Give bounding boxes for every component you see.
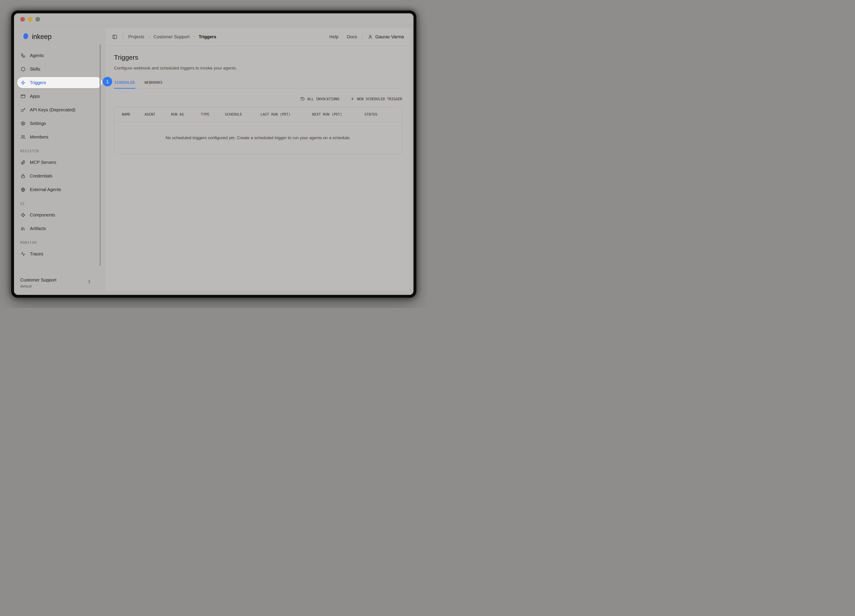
- topbar: Projects Customer Support Triggers Help …: [106, 28, 411, 46]
- titlebar: [14, 13, 414, 25]
- sidebar-item-traces[interactable]: Traces: [17, 248, 102, 259]
- sidebar-item-label: API Keys (Deprecated): [30, 107, 75, 112]
- sidebar-nav: Agents Skills Triggers Apps: [17, 50, 102, 262]
- breadcrumb-customer-support[interactable]: Customer Support: [153, 34, 190, 40]
- sidebar-item-api-keys[interactable]: API Keys (Deprecated): [17, 104, 102, 115]
- breadcrumb: Projects Customer Support Triggers: [128, 34, 216, 40]
- sidebar-item-label: Triggers: [30, 80, 46, 85]
- sidebar-item-label: Skills: [30, 67, 40, 72]
- actions-row: ALL INVOCATIONS NEW SCHEDULED TRIGGER: [114, 97, 402, 101]
- sidebar: inkeep Agents Skills Triggers: [14, 25, 105, 295]
- topbar-divider: [123, 34, 123, 40]
- component-icon: [21, 213, 25, 218]
- column-header-last-run: LAST RUN (PDT): [260, 112, 312, 116]
- all-invocations-label: ALL INVOCATIONS: [307, 97, 340, 101]
- page-title: Triggers: [114, 54, 402, 61]
- paperclip-icon: [21, 160, 25, 165]
- sidebar-scrollbar[interactable]: [100, 44, 101, 266]
- sidebar-item-mcp-servers[interactable]: MCP Servers: [17, 157, 102, 168]
- plus-icon: [350, 97, 355, 101]
- chevron-right-icon: [147, 35, 150, 38]
- sidebar-item-agents[interactable]: Agents: [17, 50, 102, 61]
- column-header-next-run: NEXT RUN (PDT): [312, 112, 365, 116]
- column-header-name: NAME: [122, 112, 144, 116]
- sidebar-item-label: Members: [30, 135, 48, 139]
- page-description: Configure webhook and scheduled triggers…: [114, 66, 402, 70]
- sidebar-item-components[interactable]: Components: [17, 209, 102, 221]
- column-header-schedule: SCHEDULE: [225, 112, 260, 116]
- sidebar-item-label: Agents: [30, 53, 44, 58]
- project-switcher[interactable]: Customer Support default: [17, 277, 102, 289]
- inkeep-logo: inkeep: [20, 32, 102, 41]
- sidebar-section-ui: UI: [20, 202, 102, 206]
- column-header-status: STATUS: [365, 112, 402, 116]
- window-body: inkeep Agents Skills Triggers: [14, 13, 414, 295]
- gear-icon: [21, 121, 25, 126]
- sidebar-item-artifacts[interactable]: Artifacts: [17, 223, 102, 234]
- lock-icon: [21, 174, 25, 178]
- new-scheduled-trigger-label: NEW SCHEDULED TRIGGER: [357, 97, 402, 101]
- sidebar-item-label: Artifacts: [30, 226, 46, 231]
- globe-icon: [21, 187, 25, 192]
- user-menu[interactable]: Gaurav Varma: [368, 34, 404, 40]
- breadcrumb-triggers: Triggers: [199, 34, 216, 40]
- library-icon: [21, 226, 25, 231]
- workflow-icon: [21, 53, 25, 58]
- app-window-icon: [21, 94, 25, 99]
- empty-state-message: No scheduled triggers configured yet. Cr…: [165, 135, 351, 140]
- sidebar-item-apps[interactable]: Apps: [17, 90, 102, 102]
- key-icon: [21, 107, 25, 112]
- all-invocations-button[interactable]: ALL INVOCATIONS: [300, 97, 340, 101]
- sidebar-item-settings[interactable]: Settings: [17, 118, 102, 129]
- hexagon-icon: [21, 67, 25, 72]
- app-frame: inkeep Agents Skills Triggers: [14, 25, 414, 295]
- tab-scheduled[interactable]: SCHEDULED: [114, 80, 135, 89]
- sidebar-section-monitor: MONITOR: [20, 241, 102, 245]
- activity-icon: [21, 252, 25, 256]
- sidebar-item-label: MCP Servers: [30, 160, 56, 165]
- history-icon: [300, 97, 305, 101]
- inkeep-logo-icon: [20, 32, 30, 41]
- breadcrumb-projects[interactable]: Projects: [128, 34, 144, 40]
- sidebar-item-external-agents[interactable]: External Agents: [17, 184, 102, 195]
- tab-webhooks[interactable]: WEBHOOKS: [144, 80, 163, 89]
- triggers-table: NAME AGENT RUN AS TYPE SCHEDULE LAST RUN…: [114, 107, 402, 154]
- zoom-window-button[interactable]: [35, 17, 40, 21]
- column-header-agent: AGENT: [144, 112, 171, 116]
- app-window: inkeep Agents Skills Triggers: [11, 11, 416, 298]
- zap-icon: [21, 80, 25, 85]
- sidebar-item-skills[interactable]: Skills: [17, 63, 102, 75]
- annotation-step-badge: 1: [103, 77, 112, 86]
- user-name: Gaurav Varma: [375, 34, 404, 40]
- docs-link[interactable]: Docs: [347, 34, 357, 40]
- user-icon: [368, 35, 373, 40]
- column-header-type: TYPE: [201, 112, 225, 116]
- chevron-right-icon: [193, 35, 196, 38]
- column-header-run-as: RUN AS: [171, 112, 201, 116]
- close-window-button[interactable]: [20, 17, 25, 21]
- new-scheduled-trigger-button[interactable]: NEW SCHEDULED TRIGGER: [350, 97, 402, 101]
- sidebar-item-members[interactable]: Members: [17, 132, 102, 143]
- main-panel: Projects Customer Support Triggers Help …: [105, 28, 411, 291]
- sidebar-item-credentials[interactable]: Credentials: [17, 170, 102, 181]
- minimize-window-button[interactable]: [28, 17, 32, 21]
- sidebar-item-label: External Agents: [30, 187, 61, 192]
- sidebar-item-label: Components: [30, 213, 55, 218]
- sidebar-section-register: REGISTER: [20, 149, 102, 153]
- table-empty-state: No scheduled triggers configured yet. Cr…: [114, 122, 402, 154]
- help-link[interactable]: Help: [329, 34, 339, 40]
- brand-wordmark: inkeep: [32, 33, 51, 41]
- sidebar-item-label: Credentials: [30, 173, 52, 179]
- users-icon: [21, 135, 25, 139]
- chevrons-up-down-icon: [87, 279, 92, 285]
- page-content: Triggers Configure webhook and scheduled…: [106, 46, 411, 291]
- sidebar-item-label: Traces: [30, 251, 43, 257]
- sidebar-item-label: Settings: [30, 121, 46, 126]
- sidebar-item-label: Apps: [30, 94, 40, 99]
- tab-bar: SCHEDULED WEBHOOKS: [114, 80, 402, 89]
- sidebar-item-triggers[interactable]: Triggers: [17, 77, 102, 88]
- topbar-divider: [362, 34, 363, 40]
- panel-left-icon[interactable]: [112, 34, 117, 40]
- table-header-row: NAME AGENT RUN AS TYPE SCHEDULE LAST RUN…: [114, 107, 402, 122]
- project-environment: default: [20, 284, 102, 289]
